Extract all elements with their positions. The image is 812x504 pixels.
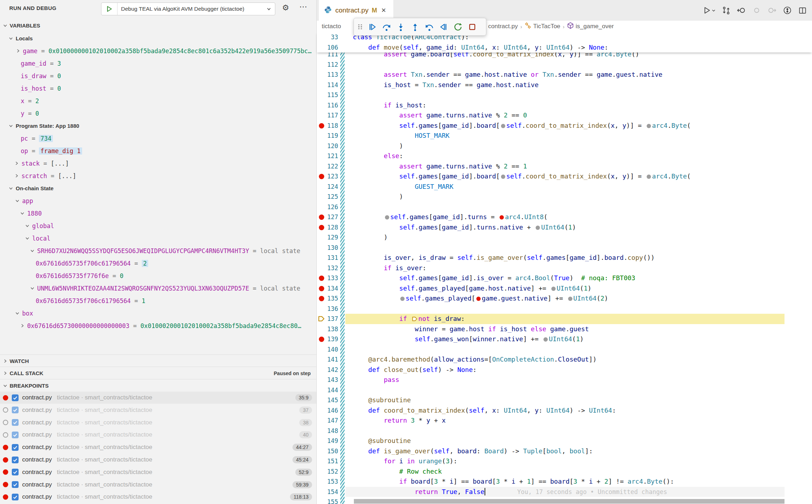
code-line[interactable]: 153 if board[3 * i] == board[3 * i + 1] … [317,477,812,487]
tree-item[interactable]: x = 2 [0,95,337,107]
breadcrumb-method[interactable]: is_game_over [567,22,614,31]
breakpoint-row[interactable]: contract.pytictactoe · smart_contracts/t… [0,417,316,429]
breakpoint-row[interactable]: contract.pytictactoe · smart_contracts/t… [0,441,316,453]
breakpoint-row[interactable]: contract.pytictactoe · smart_contracts/t… [0,404,316,416]
inline-step-marker-icon[interactable] [568,297,572,301]
chevron-down-icon[interactable] [30,286,35,291]
code-line[interactable]: 154 return True, FalseYou, 17 seconds ag… [317,487,812,497]
chevron-down-icon[interactable] [15,311,20,316]
step-over-button[interactable] [379,20,394,34]
code-line[interactable]: 130 [317,243,812,253]
tree-group-program-state-app-1880[interactable]: Program State: App 1880 [0,120,325,132]
tree-item[interactable]: global [0,220,341,232]
breakpoint-row[interactable]: contract.pytictactoe · smart_contracts/t… [0,466,316,478]
code-line[interactable]: 151 for i in urange(3): [317,456,812,467]
code-line[interactable]: 127 self.games[game_id].turns = arc4.UIn… [317,212,812,222]
code-line[interactable]: 119 HOST_MARK [317,131,812,141]
chevron-right-icon[interactable] [16,49,20,53]
tree-item[interactable]: 0x67616d65735f776f6e = 0 [0,269,352,282]
step-into-button[interactable] [394,20,408,34]
breakpoint-checkbox[interactable] [12,494,19,500]
code-line[interactable]: 123 self.games[game_id].board[self.coord… [317,171,812,182]
breakpoint-row[interactable]: contract.pytictactoe · smart_contracts/t… [0,491,316,503]
restart-button[interactable] [451,20,465,34]
code-line[interactable]: 116 if is_host: [317,100,812,111]
code-line[interactable]: 150 def is_game_over(self, board: Board)… [317,446,812,457]
breakpoint-row[interactable]: contract.pytictactoe · smart_contracts/t… [0,392,316,404]
code-line[interactable]: 125 ) [317,192,812,202]
breadcrumb-truncated-item[interactable]: tictacto [322,23,341,30]
tree-item[interactable]: box [0,307,331,319]
code-line[interactable]: 145 @subroutine [317,395,812,405]
breakpoint-icon[interactable] [3,494,8,500]
tree-item[interactable]: y = 0 [0,107,337,120]
inline-step-marker-icon[interactable] [543,337,548,342]
start-debugging-icon[interactable] [101,3,117,15]
chevron-down-icon[interactable] [30,248,35,253]
tree-item[interactable]: 0x67616d65735f706c61796564 = 2 [0,257,352,269]
inline-step-marker-icon[interactable] [647,124,651,128]
code-line[interactable]: 147 return 3 * y + x [317,415,812,426]
breakpoint-disabled-icon[interactable] [3,420,8,425]
inline-step-marker-icon[interactable] [400,297,405,301]
breakpoint-checkbox[interactable] [12,444,19,451]
code-line[interactable]: 128 self.games[game_id].turns.native + U… [317,222,812,233]
breakpoint-disabled-icon[interactable] [3,432,8,438]
breakpoint-icon[interactable] [3,482,8,487]
debug-settings-gear-icon[interactable]: ⚙ [282,3,289,12]
code-line[interactable]: 131 is_over, is_draw = self.is_game_over… [317,253,812,263]
open-changes-icon[interactable] [722,6,731,15]
timeline-icon[interactable] [783,6,792,15]
breakpoint-row[interactable]: contract.pytictactoe · smart_contracts/t… [0,454,316,466]
tree-item[interactable]: game = 0x010000000102010002a358bf5bada9e… [0,45,332,57]
code-line[interactable]: 138 winner = game.host if is_host else g… [317,324,812,334]
stop-button[interactable] [465,20,479,34]
tree-item[interactable]: pc = 734 [0,132,337,145]
tree-item[interactable]: app [0,195,331,207]
tree-group-on-chain-state[interactable]: On-chain State [0,182,325,195]
tree-item[interactable]: game_id = 3 [0,57,337,70]
tree-item[interactable]: 0x67616d65730000000000000003 = 0x0100020… [0,319,336,332]
breakpoint-icon[interactable] [3,457,8,463]
section-header-watch[interactable]: WATCH [0,354,316,367]
breakpoint-icon[interactable] [3,395,8,400]
code-line[interactable]: 141 @arc4.baremethod(allow_actions=[OnCo… [317,354,812,365]
previous-change-icon[interactable] [737,6,746,15]
code-line[interactable]: 149 @subroutine [317,436,812,446]
section-header-variables[interactable]: VARIABLES [0,20,316,31]
breakpoint-checkbox[interactable] [12,394,19,401]
code-line[interactable]: 134 self.games_played[game.host.native] … [317,283,812,294]
breakpoint-checkbox[interactable] [12,407,19,413]
chevron-down-icon[interactable] [20,211,25,216]
tree-item[interactable]: scratch = [...] [0,170,331,182]
breakpoint-icon[interactable] [3,469,8,475]
section-header-call-stack[interactable]: CALL STACK Paused on step [0,367,316,379]
code-line[interactable]: 137 if not is_draw: [317,314,812,324]
breadcrumb-file[interactable]: contract.py [488,23,518,30]
code-line[interactable]: 136 [317,304,812,314]
split-editor-icon[interactable] [798,6,807,15]
tree-item[interactable]: op = frame_dig 1 [0,145,337,157]
section-header-breakpoints[interactable]: BREAKPOINTS [0,379,316,392]
horizontal-scrollbar[interactable] [354,499,785,504]
code-line[interactable]: 143 pass [317,375,812,385]
inline-step-marker-icon[interactable] [501,124,505,128]
tree-item[interactable]: is_host = 0 [0,82,337,95]
breakpoint-checkbox[interactable] [12,457,19,463]
code-line[interactable]: 146 def coord_to_matrix_index(self, x: U… [317,405,812,416]
code-line[interactable]: 148 [317,426,812,436]
chevron-down-icon[interactable] [25,236,30,241]
tree-item[interactable]: SRH6D7XU2N6WQQ5SSYDQFG5ESO6JWEQIDPGLUGYC… [0,245,346,257]
code-line[interactable]: 126 [317,202,812,212]
step-out-button[interactable] [408,20,422,34]
tree-item[interactable]: stack = [...] [0,157,331,170]
breakpoint-row[interactable]: contract.pytictactoe · smart_contracts/t… [0,479,316,491]
debug-config-dropdown[interactable]: Debug TEAL via AlgoKit AVM Debugger (tic… [101,2,275,15]
more-actions-icon[interactable]: ⋯ [299,2,308,11]
close-tab-icon[interactable]: × [381,6,386,14]
inline-step-marker-icon[interactable] [551,287,556,291]
code-line[interactable]: 112 [317,60,812,70]
chevron-right-icon[interactable] [20,323,25,328]
chevron-down-icon[interactable] [15,198,20,203]
code-line[interactable]: 124 GUEST_MARK [317,182,812,192]
